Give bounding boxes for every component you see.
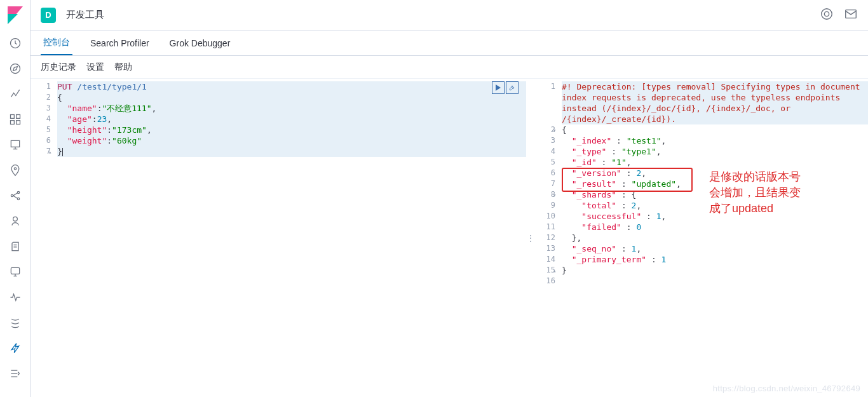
request-gutter: 1 2 3 4 5 6 7 [31,79,57,157]
apm-icon[interactable] [0,259,31,285]
settings-link[interactable]: 设置 [86,62,104,73]
logs-icon[interactable] [0,234,31,259]
request-actions [492,81,519,94]
fold-marker-icon[interactable]: ▴ [48,147,51,158]
canvas-icon[interactable] [0,132,31,158]
ml-icon[interactable] [0,183,31,208]
kibana-logo[interactable] [5,5,25,25]
svg-point-10 [14,168,16,170]
svg-marker-4 [13,67,17,71]
fold-marker-icon[interactable]: ▾ [553,190,556,201]
collapse-icon[interactable] [0,361,31,386]
app-title: 开发工具 [66,9,104,21]
svg-rect-9 [11,140,19,147]
svg-marker-19 [496,84,501,91]
wrench-button[interactable] [506,81,519,94]
svg-point-13 [17,198,19,199]
dashboard-icon[interactable] [0,107,31,132]
svg-rect-8 [16,121,20,124]
svg-rect-15 [11,267,19,274]
metrics-icon[interactable] [0,208,31,234]
svg-point-14 [13,217,17,221]
editor-panes: 1 2 3 4 5 6 7 ▴ PUT /test1/type1/1 { "na… [31,79,868,397]
annotation-highlight [562,168,693,192]
request-code[interactable]: PUT /test1/type1/1 { "name":"不经意111", "a… [57,79,526,157]
fold-marker-icon[interactable]: ▾ [553,125,556,136]
app-sidebar [0,0,31,397]
svg-point-17 [824,11,829,16]
response-pane[interactable]: 1 2 3 4 5 6 7 8 9 10 11 12 13 14 [535,79,868,397]
svg-rect-18 [846,10,857,18]
app-badge: D [41,8,56,23]
pane-splitter[interactable]: ⋮ [526,79,535,397]
maps-icon[interactable] [0,158,31,183]
svg-point-12 [17,191,19,193]
svg-point-16 [822,9,832,20]
uptime-icon[interactable] [0,285,31,310]
request-pane[interactable]: 1 2 3 4 5 6 7 ▴ PUT /test1/type1/1 { "na… [31,79,526,397]
help-link[interactable]: 帮助 [114,62,132,73]
fold-marker-icon[interactable]: ▴ [553,266,556,276]
help-icon[interactable] [820,7,834,23]
svg-rect-6 [16,115,20,119]
devtools-icon[interactable] [0,335,31,361]
tabs: 控制台 Search Profiler Grok Debugger [31,30,868,56]
response-gutter: 1 2 3 4 5 6 7 8 9 10 11 12 13 14 [535,79,562,286]
svg-rect-5 [10,115,14,119]
tab-search-profiler[interactable]: Search Profiler [88,30,152,55]
watermark: https://blog.csdn.net/weixin_46792649 [713,384,860,393]
visualize-icon[interactable] [0,81,31,107]
svg-point-11 [11,194,13,196]
run-button[interactable] [492,81,505,94]
siem-icon[interactable] [0,310,31,335]
recent-icon[interactable] [0,30,31,56]
tab-grok-debugger[interactable]: Grok Debugger [167,30,233,55]
history-link[interactable]: 历史记录 [41,62,76,73]
discover-icon[interactable] [0,56,31,81]
svg-rect-7 [10,121,14,124]
mail-icon[interactable] [844,7,858,23]
topbar: D 开发工具 [31,0,868,30]
svg-point-3 [10,64,20,74]
tab-console[interactable]: 控制台 [41,30,72,55]
console-toolbar: 历史记录 设置 帮助 [31,56,868,79]
svg-marker-1 [8,14,18,24]
main-area: D 开发工具 控制台 Search Profiler Grok Debugger… [31,0,868,397]
annotation-text: 是修改的话版本号 会增加，且结果变 成了updated [709,169,801,217]
